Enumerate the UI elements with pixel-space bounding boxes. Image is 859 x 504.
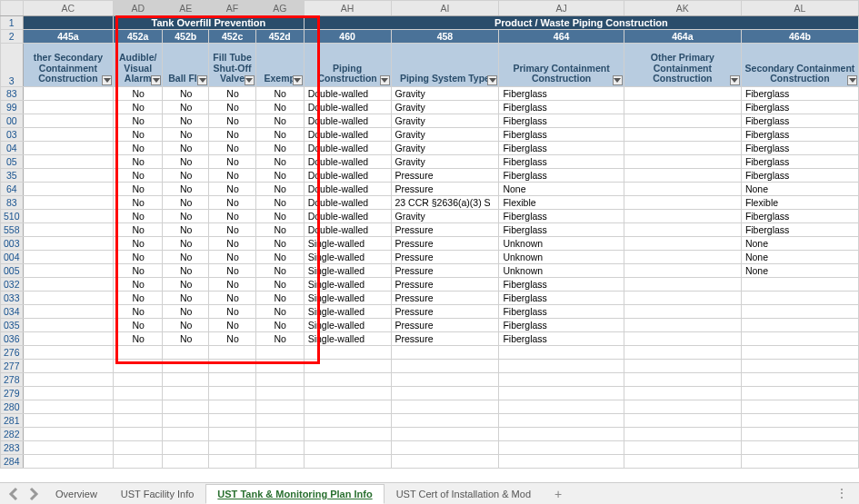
- data-cell[interactable]: [114, 400, 163, 414]
- data-cell[interactable]: No: [255, 114, 304, 128]
- data-cell[interactable]: Double-walled: [304, 223, 391, 237]
- data-cell[interactable]: Fiberglass: [499, 210, 624, 223]
- data-cell[interactable]: [209, 428, 256, 441]
- data-cell[interactable]: No: [163, 264, 209, 278]
- row-header[interactable]: 277: [1, 360, 24, 373]
- data-cell[interactable]: [741, 455, 858, 469]
- data-cell[interactable]: Single-walled: [304, 332, 391, 346]
- nav-prev-button[interactable]: [7, 487, 22, 501]
- data-cell[interactable]: [624, 87, 741, 101]
- data-cell[interactable]: No: [209, 319, 256, 332]
- data-cell[interactable]: [23, 264, 114, 278]
- data-cell[interactable]: [163, 428, 209, 441]
- row-header[interactable]: 035: [1, 319, 24, 332]
- data-cell[interactable]: Single-walled: [304, 264, 391, 278]
- data-cell[interactable]: No: [209, 183, 256, 196]
- data-cell[interactable]: [624, 264, 741, 278]
- data-cell[interactable]: [624, 292, 741, 305]
- data-cell[interactable]: [114, 428, 163, 441]
- data-cell[interactable]: [499, 414, 624, 428]
- data-cell[interactable]: No: [114, 114, 163, 128]
- data-cell[interactable]: No: [114, 319, 163, 332]
- data-cell[interactable]: [624, 441, 741, 455]
- row-header[interactable]: 83: [1, 87, 24, 101]
- data-cell[interactable]: No: [209, 292, 256, 305]
- data-cell[interactable]: [23, 360, 114, 373]
- data-cell[interactable]: Double-walled: [304, 183, 391, 196]
- data-cell[interactable]: No: [255, 332, 304, 346]
- column-header[interactable]: AG: [255, 1, 304, 16]
- data-cell[interactable]: No: [255, 210, 304, 223]
- data-cell[interactable]: No: [163, 210, 209, 223]
- row-header[interactable]: 279: [1, 387, 24, 400]
- data-cell[interactable]: No: [209, 101, 256, 114]
- data-cell[interactable]: No: [114, 251, 163, 264]
- data-cell[interactable]: No: [163, 305, 209, 319]
- data-cell[interactable]: [255, 455, 304, 469]
- data-cell[interactable]: Fiberglass: [499, 223, 624, 237]
- data-cell[interactable]: [624, 332, 741, 346]
- filter-dropdown-icon[interactable]: [847, 75, 857, 85]
- data-cell[interactable]: [23, 251, 114, 264]
- data-cell[interactable]: [23, 414, 114, 428]
- data-cell[interactable]: [624, 251, 741, 264]
- data-cell[interactable]: No: [209, 237, 256, 251]
- data-cell[interactable]: [209, 400, 256, 414]
- data-cell[interactable]: [741, 400, 858, 414]
- data-cell[interactable]: Pressure: [391, 332, 499, 346]
- row-header[interactable]: 2: [1, 30, 24, 44]
- data-cell[interactable]: Double-walled: [304, 87, 391, 101]
- data-cell[interactable]: Single-walled: [304, 319, 391, 332]
- data-cell[interactable]: Pressure: [391, 264, 499, 278]
- data-cell[interactable]: [624, 455, 741, 469]
- filter-dropdown-icon[interactable]: [151, 75, 161, 85]
- data-cell[interactable]: [624, 223, 741, 237]
- data-cell[interactable]: [255, 360, 304, 373]
- data-cell[interactable]: No: [114, 142, 163, 155]
- data-cell[interactable]: No: [163, 101, 209, 114]
- row-header[interactable]: 033: [1, 292, 24, 305]
- row-header[interactable]: 003: [1, 237, 24, 251]
- data-cell[interactable]: [163, 387, 209, 400]
- data-cell[interactable]: Fiberglass: [741, 155, 858, 169]
- data-cell[interactable]: [624, 196, 741, 210]
- data-cell[interactable]: Double-walled: [304, 128, 391, 142]
- data-cell[interactable]: [741, 305, 858, 319]
- data-cell[interactable]: [209, 346, 256, 360]
- data-cell[interactable]: Fiberglass: [741, 101, 858, 114]
- data-cell[interactable]: No: [114, 264, 163, 278]
- data-cell[interactable]: No: [209, 169, 256, 183]
- data-cell[interactable]: [741, 441, 858, 455]
- data-cell[interactable]: No: [114, 332, 163, 346]
- data-cell[interactable]: No: [209, 155, 256, 169]
- filter-dropdown-icon[interactable]: [487, 75, 497, 85]
- data-cell[interactable]: [624, 400, 741, 414]
- data-cell[interactable]: [209, 441, 256, 455]
- data-cell[interactable]: [23, 400, 114, 414]
- data-cell[interactable]: [163, 414, 209, 428]
- data-cell[interactable]: No: [255, 87, 304, 101]
- data-cell[interactable]: [624, 428, 741, 441]
- data-cell[interactable]: [624, 128, 741, 142]
- row-header[interactable]: 280: [1, 400, 24, 414]
- data-cell[interactable]: [114, 414, 163, 428]
- data-cell[interactable]: [624, 319, 741, 332]
- data-cell[interactable]: [624, 169, 741, 183]
- data-cell[interactable]: Single-walled: [304, 278, 391, 292]
- sheet-tab[interactable]: UST Facility Info: [109, 484, 206, 504]
- data-cell[interactable]: [499, 441, 624, 455]
- column-header[interactable]: AK: [624, 1, 741, 16]
- data-cell[interactable]: [499, 387, 624, 400]
- data-cell[interactable]: [23, 155, 114, 169]
- sheet-tab[interactable]: UST Tank & Monitoring Plan Info: [205, 484, 384, 504]
- column-field-header[interactable]: Secondary Containment Construction: [741, 44, 858, 87]
- data-cell[interactable]: [23, 305, 114, 319]
- data-cell[interactable]: No: [255, 237, 304, 251]
- data-cell[interactable]: [255, 346, 304, 360]
- data-cell[interactable]: No: [114, 128, 163, 142]
- data-cell[interactable]: [304, 387, 391, 400]
- data-cell[interactable]: None: [741, 237, 858, 251]
- data-cell[interactable]: [304, 414, 391, 428]
- data-cell[interactable]: No: [255, 155, 304, 169]
- data-cell[interactable]: [624, 101, 741, 114]
